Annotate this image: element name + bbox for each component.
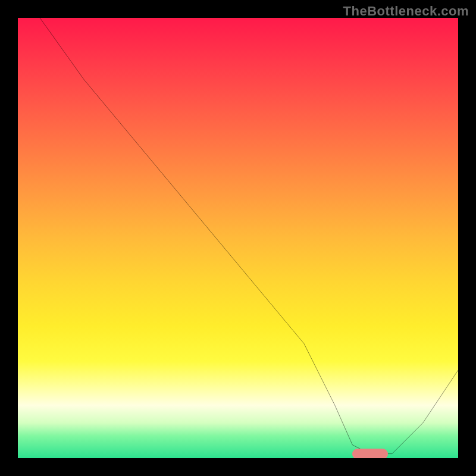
- curve-svg: [18, 18, 458, 458]
- watermark-text: TheBottleneck.com: [343, 4, 469, 19]
- curve-path: [40, 18, 458, 454]
- optimal-marker: [352, 449, 388, 458]
- chart-frame: TheBottleneck.com: [0, 0, 476, 476]
- plot-area: [18, 18, 458, 458]
